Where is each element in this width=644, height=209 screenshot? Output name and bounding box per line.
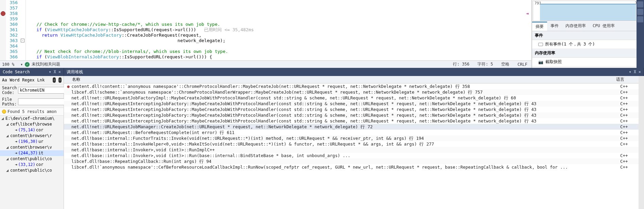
diag-tab[interactable]: CPU 使用率 (589, 22, 618, 31)
code-line[interactable] (26, 43, 531, 49)
frame-lang: C++ (620, 112, 637, 118)
stack-frame[interactable]: net.dll!base::internal::FunctorTraits::I… (64, 135, 639, 141)
frame-name: content.dll!content::`anonymous namespac… (71, 83, 620, 89)
vertical-scrollbar[interactable] (639, 76, 644, 209)
tree-row[interactable]: ◢cef\libcef\browse (0, 121, 64, 127)
search-mode-row: AaWordRegexLnk ‹ › (0, 76, 64, 84)
code-editor[interactable]: 356357358359360361362363364365366367 - ⇥… (0, 0, 531, 60)
frame-name: net.dll!net::URLRequestInterceptingJobFa… (71, 107, 620, 112)
item-snapshot[interactable]: 📷 截取快照 (532, 58, 644, 66)
nav-next-icon[interactable]: › (58, 77, 62, 83)
eol-mode[interactable]: CRLF (518, 62, 527, 67)
frame-name: net.dll!base::internal::InvokeHelper<0,v… (71, 141, 620, 147)
close-icon[interactable]: × (639, 70, 641, 74)
diag-tab[interactable]: 事件 (547, 22, 562, 31)
close-icon[interactable]: × (58, 70, 61, 74)
whitespace-mode[interactable]: 空格 (501, 61, 509, 67)
events-icon (538, 43, 543, 46)
results-summary-text: Found 5 results amon (7, 109, 57, 114)
stack-frame[interactable]: net.dll!net::URLRequestInterceptingJobFa… (64, 101, 639, 107)
stack-frame[interactable]: libcef.dll!base::RepeatingCallback::Run(… (64, 158, 639, 164)
stack-frame[interactable]: net.dll!base::internal::InvokeHelper<0,v… (64, 141, 639, 147)
tree-row[interactable]: ➔ (75,14) cor (0, 127, 64, 133)
stack-frame[interactable]: ●content.dll!content::`anonymous namespa… (64, 83, 639, 89)
search-mode-word[interactable]: Word (10, 78, 19, 82)
stack-frame[interactable]: net.dll!net::URLRequestInterceptingJobFa… (64, 112, 639, 118)
results-summary: Found 5 results amon (0, 108, 64, 116)
callstack-title: 调用堆栈 (67, 69, 83, 75)
editor-status-bar: 100 % ▾ ✓ 未找到相关问题 行: 356 字符: 5 空格 CRLF (0, 60, 531, 68)
breakpoint-icon[interactable] (1, 11, 5, 16)
col-lang[interactable]: 语言 (616, 77, 633, 82)
frame-lang: C++ (620, 158, 637, 164)
stack-frame[interactable]: net.dll!net::URLRequestInterceptingJobFa… (64, 118, 639, 124)
frame-lang: C++ (620, 83, 637, 89)
stack-frame[interactable]: net.dll!base::internal::Invoker>,void (i… (64, 153, 639, 158)
code-line[interactable]: return ViewHttpCacheJobFactory::CreateJo… (26, 33, 531, 38)
right-tool-rail[interactable] (637, 0, 644, 68)
code-text[interactable]: ⇥ // Check for chrome://view-http-cache/… (26, 0, 531, 60)
code-line[interactable]: if (ViewHttpCacheJobFactory::IsSupported… (26, 27, 531, 33)
item-snapshot-label: 截取快照 (545, 59, 562, 65)
tree-row[interactable]: ◢content\browser\v (0, 145, 64, 150)
outline-margin[interactable]: - (20, 0, 26, 60)
tree-row[interactable]: ◢E:\dev\cef-chromium\ (0, 116, 64, 121)
code-line[interactable]: network_delegate); (26, 38, 531, 43)
search-mode-aa[interactable]: Aa (2, 78, 7, 82)
tree-row[interactable]: ◢content\browser\r (0, 133, 64, 139)
search-mode-regex[interactable]: Regex (22, 78, 34, 82)
code-line[interactable]: // Next check for chrome://blob-internal… (26, 49, 531, 54)
frame-lang: C++ (620, 164, 637, 170)
tree-row[interactable]: ➔ (33,12) cor (0, 162, 64, 168)
diag-tab[interactable]: 摘要 (532, 22, 547, 31)
breakpoint-margin[interactable] (0, 0, 6, 60)
line-number: 367 (6, 60, 18, 60)
code-line[interactable]: if (ViewBlobInternalsJobFactory::IsSuppo… (26, 54, 531, 60)
pin-icon[interactable]: ⊼ (633, 70, 637, 74)
code-line[interactable]: return ViewBlobInternalsJobFactory::Crea… (26, 60, 531, 60)
tree-row[interactable]: ➔ (244,37) it (0, 150, 64, 156)
dropdown-icon[interactable]: ▾ (629, 70, 631, 74)
stack-frame[interactable]: net.dll!net::URLRequestJobFactoryImpl::M… (64, 95, 639, 101)
stack-frame[interactable]: net.dll!net::URLRequestInterceptingJobFa… (64, 107, 639, 112)
item-all-events[interactable]: 所有事件(1 个，共 3 个) (532, 40, 644, 49)
fold-box-icon[interactable]: - (21, 39, 24, 42)
search-mode-lnk[interactable]: Lnk (37, 78, 45, 82)
line-number: 356 (6, 0, 18, 5)
nav-prev-icon[interactable]: ‹ (53, 77, 56, 83)
line-number: 364 (6, 43, 18, 49)
pin-icon[interactable]: ⊼ (53, 70, 56, 74)
frame-lang: C++ (620, 89, 637, 95)
tree-row[interactable]: ➔ (196,30) ur (0, 139, 64, 145)
callstack-titlebar[interactable]: 调用堆栈 ▾ ⊼ × (64, 68, 644, 76)
chart-bar (540, 4, 636, 21)
stack-frame[interactable]: net.dll!net::URLRequest::BeforeRequestCo… (64, 130, 639, 135)
line-number: 359 (6, 16, 18, 22)
stack-frame[interactable]: net.dll!base::internal::Invoker>,void (i… (64, 147, 639, 153)
memory-chart[interactable]: 791 791 (533, 1, 643, 21)
line-number: 363 (6, 38, 18, 43)
frame-lang: C++ (620, 141, 637, 147)
stack-frame[interactable]: net.dll!net::URLRequestJobManager::Creat… (64, 124, 639, 130)
tree-row[interactable]: ◢content\public\co (0, 156, 64, 162)
stack-frame[interactable]: libcef.dll!scheme::`anonymous namespace'… (64, 89, 639, 95)
frame-lang: C++ (620, 135, 637, 141)
code-line[interactable] (26, 16, 531, 22)
stack-frame[interactable]: libcef.dll!`anonymous namespace'::CefBef… (64, 164, 639, 170)
results-tree[interactable]: ◢E:\dev\cef-chromium\◢cef\libcef\browse➔… (0, 116, 64, 209)
callstack-rows[interactable]: ●content.dll!content::`anonymous namespa… (64, 83, 639, 209)
zoom-level[interactable]: 100 % (0, 62, 20, 67)
dropdown-icon[interactable]: ▾ (49, 70, 51, 74)
col-name[interactable]: 名称 (64, 77, 616, 82)
zoom-dropdown-icon[interactable]: ▾ (20, 62, 23, 67)
line-number: 360 (6, 22, 18, 27)
diag-tab[interactable]: 内存使用率 (562, 22, 589, 31)
code-line[interactable]: // Check for chrome://view-http-cache/*,… (26, 22, 531, 27)
frame-lang: C++ (620, 124, 637, 130)
code-search-titlebar[interactable]: Code Search ▾ ⊼ × (0, 68, 64, 76)
tree-row[interactable]: ◢content\public\co (0, 168, 64, 173)
frame-lang: C++ (620, 95, 637, 101)
frame-marker-icon: ● (65, 83, 71, 89)
frame-lang: C++ (620, 101, 637, 107)
frame-lang: C++ (620, 130, 637, 135)
